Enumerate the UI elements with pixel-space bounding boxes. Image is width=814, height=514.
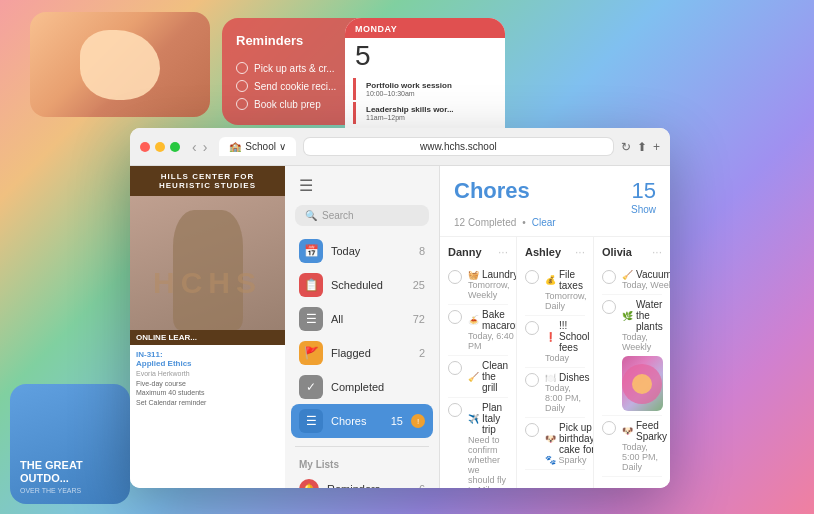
dishes-check[interactable] <box>525 373 539 387</box>
task-italy: ✈️ Plan Italy trip Need to confirm wheth… <box>448 398 508 488</box>
share-button[interactable]: ⬆ <box>637 140 647 154</box>
task-vacuuming: 🧹 Vacuuming Today, Weekly <box>602 265 662 295</box>
laundry-body: 🧺 Laundry Tomorrow, Weekly <box>468 269 517 300</box>
online-learn-label: ONLINE LEAR... <box>130 330 285 345</box>
chores-show[interactable]: Show <box>631 204 656 215</box>
browser-content: HILLS CENTER FOR HEURISTIC STUDIES HCHS … <box>130 166 670 488</box>
reminders-widget-header: Reminders 6 <box>236 30 363 51</box>
vacuuming-title: Vacuuming <box>636 269 670 280</box>
danny-name: Danny <box>448 246 482 258</box>
smart-list-today[interactable]: 📅 Today 8 <box>291 234 433 268</box>
minimize-button[interactable] <box>155 142 165 152</box>
search-bar[interactable]: 🔍 Search <box>295 205 429 226</box>
sparky-body: 🐶 Feed Sparky Today, 5:00 PM, Daily <box>622 420 667 472</box>
browser-tab[interactable]: 🏫 School ∨ <box>219 137 295 156</box>
tab-favicon: 🏫 <box>229 141 241 152</box>
chores-meta: 12 Completed • Clear <box>454 217 656 228</box>
chores-completed-meta: 12 Completed <box>454 217 516 228</box>
smart-list-completed[interactable]: ✓ Completed <box>291 370 433 404</box>
danny-menu[interactable]: ··· <box>498 245 508 259</box>
smart-list-flagged[interactable]: 🚩 Flagged 2 <box>291 336 433 370</box>
ashley-name: Ashley <box>525 246 561 258</box>
today-icon: 📅 <box>299 239 323 263</box>
taxes-body: 💰 File taxes Tomorrow, Daily <box>545 269 587 311</box>
list-reminders[interactable]: 🔔 Reminders 6 <box>291 474 433 488</box>
reminders-widget-item-1: Pick up arts & cr... <box>236 59 363 77</box>
maximize-button[interactable] <box>170 142 180 152</box>
school-big-letters: HCHS <box>153 266 262 300</box>
today-count: 8 <box>419 245 425 257</box>
olivia-header: Olivia ··· <box>602 245 662 259</box>
reminders-widget-title: Reminders <box>236 33 303 48</box>
italy-title: Plan Italy trip <box>482 402 508 435</box>
laundry-check[interactable] <box>448 270 462 284</box>
task-laundry: 🧺 Laundry Tomorrow, Weekly <box>448 265 508 305</box>
reminders-widget-item-3: Book club prep <box>236 95 363 113</box>
laundry-sub: Tomorrow, Weekly <box>468 280 517 300</box>
course-title: Applied Ethics <box>136 359 279 368</box>
macarons-sub: Today, 6:40 PM <box>468 331 517 351</box>
chores-title: Chores <box>454 178 530 204</box>
fees-check[interactable] <box>525 321 539 335</box>
italy-sub: Need to confirm whether we should fly to… <box>468 435 508 488</box>
search-placeholder: Search <box>322 210 354 221</box>
ashley-header: Ashley ··· <box>525 245 585 259</box>
task-birthday-cake: 🐶 Pick up birthday cake for 🐾 Sparky <box>525 418 585 470</box>
scheduled-count: 25 <box>413 279 425 291</box>
outdoor-widget: THE GREAT OUTDO... OVER THE YEARS <box>10 384 130 504</box>
taxes-check[interactable] <box>525 270 539 284</box>
italy-check[interactable] <box>448 403 462 417</box>
task-feed-sparky: 🐶 Feed Sparky Today, 5:00 PM, Daily <box>602 416 662 477</box>
macarons-body: 🍝 Bake macarons Today, 6:40 PM <box>468 309 517 351</box>
smart-list-all[interactable]: ☰ All 72 <box>291 302 433 336</box>
forward-button[interactable]: › <box>203 139 208 155</box>
task-macarons: 🍝 Bake macarons Today, 6:40 PM :32 <box>448 305 508 356</box>
dishes-title: Dishes <box>559 372 590 383</box>
plants-check[interactable] <box>602 300 616 314</box>
browser-traffic-lights <box>140 142 180 152</box>
dog-image <box>80 30 160 100</box>
smart-lists: 📅 Today 8 📋 Scheduled 25 ☰ All 72 🚩 Flag… <box>285 234 439 438</box>
hamburger-menu[interactable]: ☰ <box>285 166 439 201</box>
macarons-check[interactable] <box>448 310 462 324</box>
fees-body: ❗ !!! School fees Today <box>545 320 590 363</box>
chores-panel: Chores 15 Show 12 Completed • Clear Dann… <box>440 166 670 488</box>
sparky-sub: Today, 5:00 PM, Daily <box>622 442 667 472</box>
chores-count: 15 <box>632 178 656 204</box>
today-label: Today <box>331 245 411 257</box>
address-bar[interactable]: www.hchs.school <box>304 138 613 155</box>
vacuuming-sub: Today, Weekly <box>622 280 670 290</box>
olivia-menu[interactable]: ··· <box>652 245 662 259</box>
smart-list-scheduled[interactable]: 📋 Scheduled 25 <box>291 268 433 302</box>
taxes-sub: Tomorrow, Daily <box>545 291 587 311</box>
vacuuming-body: 🧹 Vacuuming Today, Weekly <box>622 269 670 290</box>
search-icon: 🔍 <box>305 210 317 221</box>
browser-toolbar: ‹ › 🏫 School ∨ www.hchs.school ↻ ⬆ + <box>130 128 670 166</box>
column-ashley: Ashley ··· 💰 File taxes Tomorrow, Daily <box>517 237 594 488</box>
reload-button[interactable]: ↻ <box>621 140 631 154</box>
dishes-sub: Today, 8:00 PM, Daily <box>545 383 590 413</box>
smart-list-chores[interactable]: ☰ Chores 15 ! <box>291 404 433 438</box>
course-info: IN-311: Applied Ethics Evoria Herkworth … <box>130 345 285 489</box>
ashley-menu[interactable]: ··· <box>575 245 585 259</box>
chores-clear-button[interactable]: Clear <box>532 217 556 228</box>
chores-count: 15 <box>391 415 403 427</box>
sparky-check[interactable] <box>602 421 616 435</box>
browser-nav: ‹ › <box>192 139 207 155</box>
calendar-event-1: Portfolio work session 10:00–10:30am <box>353 78 497 100</box>
cake-check[interactable] <box>525 423 539 437</box>
my-lists: 🔔 Reminders 6 👪 Family 7 ⭐ Work 5 🛒 Groc… <box>285 474 439 488</box>
macarons-title: Bake macarons <box>482 309 517 331</box>
column-danny: Danny ··· 🧺 Laundry Tomorrow, Weekly <box>440 237 517 488</box>
olivia-name: Olivia <box>602 246 632 258</box>
vacuuming-check[interactable] <box>602 270 616 284</box>
close-button[interactable] <box>140 142 150 152</box>
back-button[interactable]: ‹ <box>192 139 197 155</box>
reminders-sidebar: ☰ 🔍 Search 📅 Today 8 📋 Scheduled 25 ☰ <box>285 166 440 488</box>
reminder-circle-1 <box>236 62 248 74</box>
italy-body: ✈️ Plan Italy trip Need to confirm wheth… <box>468 402 508 488</box>
browser-window: ‹ › 🏫 School ∨ www.hchs.school ↻ ⬆ + HIL… <box>130 128 670 488</box>
chores-title-row: Chores 15 Show <box>454 178 656 215</box>
grill-check[interactable] <box>448 361 462 375</box>
add-tab-button[interactable]: + <box>653 140 660 154</box>
